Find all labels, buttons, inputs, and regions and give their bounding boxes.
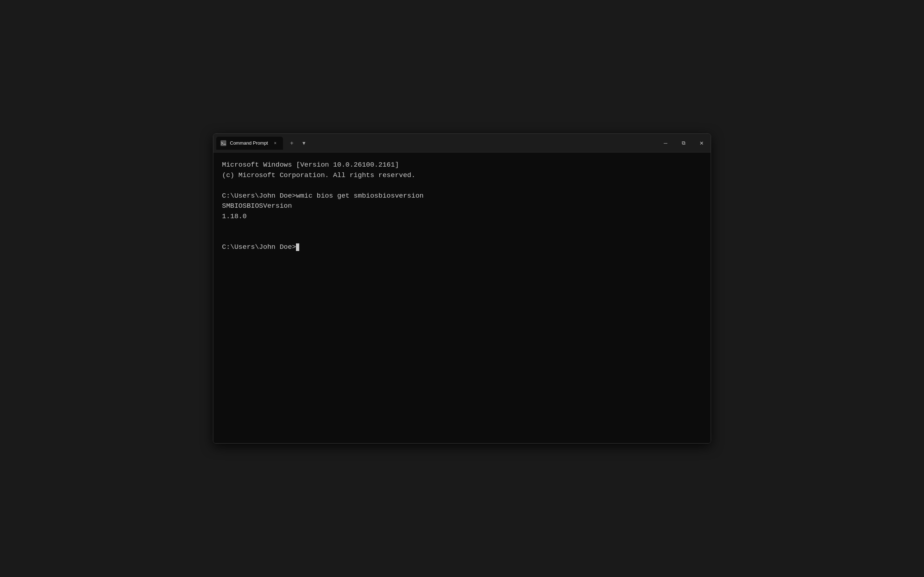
terminal-output: Microsoft Windows [Version 10.0.26100.21… [222,160,702,253]
titlebar: Command Prompt × + ▾ ─ ⧉ ✕ [213,134,711,153]
new-tab-button[interactable]: + [286,137,297,149]
tab-area: Command Prompt × + ▾ [213,134,657,152]
close-button[interactable]: ✕ [693,134,711,152]
terminal-body[interactable]: Microsoft Windows [Version 10.0.26100.21… [213,153,711,443]
cmd-icon [221,140,226,146]
terminal-line: Microsoft Windows [Version 10.0.26100.21… [222,160,702,170]
minimize-button[interactable]: ─ [657,134,675,152]
terminal-line [222,221,702,232]
terminal-line: C:\Users\John Doe>wmic bios get smbiosbi… [222,191,702,201]
tab-command-prompt[interactable]: Command Prompt × [216,137,283,150]
terminal-line: SMBIOSBIOSVersion [222,201,702,211]
tab-title: Command Prompt [230,140,268,146]
terminal-line: (c) Microsoft Corporation. All rights re… [222,170,702,181]
cmd-window: Command Prompt × + ▾ ─ ⧉ ✕ Microsoft Win… [213,134,711,443]
tab-actions: + ▾ [283,137,313,149]
tab-dropdown-button[interactable]: ▾ [298,137,310,149]
terminal-line [222,180,702,191]
svg-rect-0 [221,140,226,146]
terminal-cursor [296,243,299,251]
terminal-line: C:\Users\John Doe> [222,242,702,253]
terminal-line: 1.18.0 [222,211,702,222]
terminal-line [222,232,702,242]
window-controls: ─ ⧉ ✕ [657,134,711,152]
close-tab-button[interactable]: × [271,140,279,147]
maximize-button[interactable]: ⧉ [675,134,693,152]
